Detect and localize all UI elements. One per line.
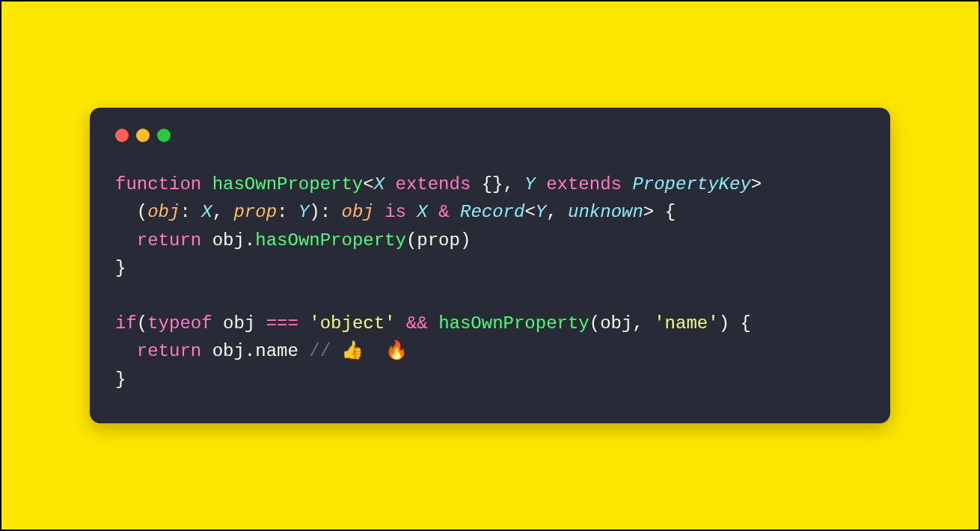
angle-close: > xyxy=(751,174,762,194)
code-window: function hasOwnProperty<X extends {}, Y … xyxy=(90,108,890,423)
var-obj: obj xyxy=(342,202,374,222)
rparen: ) xyxy=(719,313,729,334)
dot: . xyxy=(245,341,255,361)
rparen-colon: ): xyxy=(309,202,331,222)
zoom-icon[interactable] xyxy=(157,129,171,142)
ident-obj: obj xyxy=(223,313,255,334)
type-PropertyKey: PropertyKey xyxy=(632,174,750,194)
comma: , xyxy=(503,174,514,194)
keyword-typeof: typeof xyxy=(147,313,212,334)
angle-close: > xyxy=(643,202,654,222)
ident-obj: obj xyxy=(212,341,245,361)
type-Record: Record xyxy=(460,202,524,222)
prop-name: name xyxy=(255,341,298,361)
angle-open: < xyxy=(524,202,535,222)
lparen: ( xyxy=(589,313,600,334)
braces: {} xyxy=(482,174,503,194)
minimize-icon[interactable] xyxy=(136,129,150,142)
arg-obj: obj xyxy=(600,313,632,334)
string-name: 'name' xyxy=(654,313,718,334)
method-hasOwnProperty: hasOwnProperty xyxy=(255,230,406,251)
lparen: ( xyxy=(406,230,417,251)
ident-obj: obj xyxy=(212,230,245,251)
arg-prop: prop xyxy=(417,230,460,251)
function-name: hasOwnProperty xyxy=(212,174,364,194)
keyword-is: is xyxy=(385,202,406,222)
operator-amp: & xyxy=(438,202,449,222)
keyword-return: return xyxy=(137,341,201,361)
comma: , xyxy=(632,313,643,334)
code-block: function hasOwnProperty<X extends {}, Y … xyxy=(115,171,865,393)
comma: , xyxy=(546,202,557,222)
type-Y: Y xyxy=(524,174,535,194)
keyword-function: function xyxy=(115,174,201,194)
comment-emoji: // 👍 🔥 xyxy=(309,341,408,361)
keyword-extends: extends xyxy=(395,174,471,194)
param-obj: obj xyxy=(147,202,180,222)
colon: : xyxy=(277,202,287,222)
operator-eq: === xyxy=(266,313,298,334)
window-titlebar xyxy=(115,129,865,142)
lbrace: { xyxy=(665,202,676,222)
rbrace: } xyxy=(115,258,126,278)
lbrace: { xyxy=(740,313,750,334)
type-X: X xyxy=(201,202,212,222)
lparen: ( xyxy=(137,313,147,334)
indent xyxy=(115,230,137,251)
call-hasOwnProperty: hasOwnProperty xyxy=(438,313,589,334)
string-object: 'object' xyxy=(309,313,395,334)
lparen: ( xyxy=(137,202,147,222)
close-icon[interactable] xyxy=(115,129,129,142)
type-X: X xyxy=(374,174,385,194)
rbrace: } xyxy=(115,369,126,390)
colon: : xyxy=(180,202,190,222)
keyword-return: return xyxy=(137,230,201,251)
keyword-if: if xyxy=(115,313,137,334)
rparen: ) xyxy=(460,230,471,251)
type-unknown: unknown xyxy=(568,202,643,222)
indent xyxy=(115,341,137,361)
comma: , xyxy=(212,202,223,222)
keyword-extends: extends xyxy=(546,174,622,194)
operator-and: && xyxy=(406,313,428,334)
dot: . xyxy=(245,230,255,251)
type-X: X xyxy=(417,202,427,222)
type-Y: Y xyxy=(536,202,546,222)
indent xyxy=(115,202,137,222)
type-Y: Y xyxy=(298,202,309,222)
param-prop: prop xyxy=(233,202,277,222)
angle-open: < xyxy=(363,174,373,194)
